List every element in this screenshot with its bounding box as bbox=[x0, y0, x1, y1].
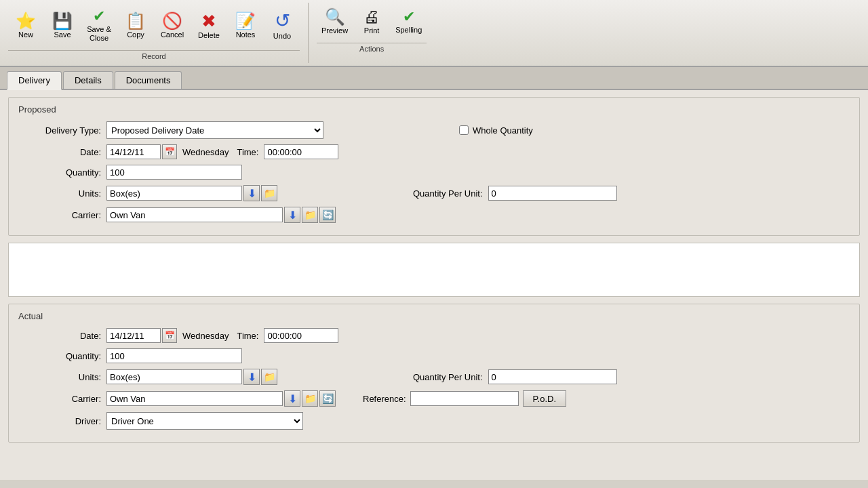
whole-quantity-checkbox[interactable] bbox=[459, 125, 469, 135]
reference-label: Reference: bbox=[363, 394, 406, 404]
proposed-units-row: Units: ⬇ 📁 Quantity Per Unit: bbox=[18, 185, 850, 201]
reference-wrapper: Reference: P.o.D. bbox=[363, 390, 566, 407]
toolbar-buttons-actions: 🔍 Preview 🖨 Print ✔ Spelling bbox=[317, 5, 427, 41]
save-close-button[interactable]: ✔ Save &Close bbox=[81, 5, 117, 46]
cancel-button[interactable]: 🚫 Cancel bbox=[155, 5, 190, 46]
calendar-icon: 📅 bbox=[165, 147, 175, 157]
actual-driver-select[interactable]: Driver One bbox=[106, 412, 303, 430]
proposed-carrier-arrow-button[interactable]: ⬇ bbox=[284, 207, 300, 223]
proposed-date-input[interactable] bbox=[106, 144, 161, 159]
proposed-carrier-refresh-button[interactable]: 🔄 bbox=[319, 207, 336, 223]
actual-driver-label: Driver: bbox=[18, 416, 106, 426]
delivery-type-wrapper: Proposed Delivery Date Fixed Delivery Da… bbox=[106, 121, 323, 139]
delivery-type-label: Delivery Type: bbox=[18, 125, 106, 136]
delivery-type-select[interactable]: Proposed Delivery Date Fixed Delivery Da… bbox=[106, 121, 323, 139]
proposed-qty-per-unit-input[interactable] bbox=[488, 186, 617, 201]
actual-date-input[interactable] bbox=[106, 328, 161, 343]
actual-carrier-input[interactable] bbox=[106, 391, 283, 406]
delete-button[interactable]: ✖ Delete bbox=[191, 5, 226, 46]
actual-qty-per-unit-input[interactable] bbox=[488, 369, 617, 384]
notes-icon: 📝 bbox=[235, 13, 256, 29]
actual-time-input[interactable] bbox=[264, 328, 338, 343]
actual-carrier-folder-button[interactable]: 📁 bbox=[302, 390, 318, 407]
record-group-wrapper: ⭐ New 💾 Save ✔ Save &Close 📋 Copy bbox=[8, 5, 300, 60]
actual-date-row: Date: 📅 Wednesday Time: bbox=[18, 328, 850, 343]
actual-carrier-refresh-button[interactable]: 🔄 bbox=[319, 390, 336, 407]
proposed-day-label: Wednesday bbox=[182, 147, 229, 157]
proposed-date-label: Date: bbox=[18, 147, 106, 157]
proposed-time-label: Time: bbox=[237, 147, 258, 157]
tab-details[interactable]: Details bbox=[63, 71, 113, 89]
proposed-units-arrow-button[interactable]: ⬇ bbox=[243, 185, 260, 201]
new-icon: ⭐ bbox=[16, 13, 36, 29]
actual-carrier-folder-icon: 📁 bbox=[304, 393, 316, 404]
actual-calendar-icon: 📅 bbox=[165, 331, 175, 340]
save-label: Save bbox=[54, 30, 71, 39]
pod-button[interactable]: P.o.D. bbox=[523, 390, 566, 407]
actual-qty-per-unit-wrapper: Quantity Per Unit: bbox=[413, 369, 617, 384]
actual-units-wrapper: ⬇ 📁 bbox=[106, 369, 277, 385]
proposed-date-row: Date: 📅 Wednesday Time: bbox=[18, 144, 850, 159]
undo-button[interactable]: ↺ Undo bbox=[264, 5, 300, 46]
proposed-carrier-folder-button[interactable]: 📁 bbox=[302, 207, 318, 223]
print-button[interactable]: 🖨 Print bbox=[354, 5, 389, 39]
proposed-units-input[interactable] bbox=[106, 186, 242, 201]
actual-carrier-wrapper: ⬇ 📁 🔄 bbox=[106, 390, 336, 407]
proposed-quantity-label: Quantity: bbox=[18, 167, 106, 178]
new-button[interactable]: ⭐ New bbox=[8, 5, 43, 46]
proposed-carrier-input[interactable] bbox=[106, 207, 283, 222]
actual-date-cal-button[interactable]: 📅 bbox=[162, 328, 177, 343]
copy-label: Copy bbox=[127, 30, 144, 39]
proposed-quantity-input[interactable] bbox=[106, 165, 242, 180]
actual-driver-row: Driver: Driver One bbox=[18, 412, 850, 430]
spelling-button[interactable]: ✔ Spelling bbox=[391, 5, 427, 39]
actual-carrier-label: Carrier: bbox=[18, 394, 106, 404]
save-button[interactable]: 💾 Save bbox=[45, 5, 80, 46]
undo-label: Undo bbox=[273, 32, 291, 41]
save-close-label: Save &Close bbox=[87, 25, 111, 43]
actual-driver-wrapper: Driver One bbox=[106, 412, 303, 430]
actions-group-label: Actions bbox=[317, 43, 427, 53]
proposed-units-folder-button[interactable]: 📁 bbox=[261, 185, 277, 201]
preview-button[interactable]: 🔍 Preview bbox=[317, 5, 353, 39]
proposed-carrier-wrapper: ⬇ 📁 🔄 bbox=[106, 207, 336, 223]
save-icon: 💾 bbox=[52, 13, 73, 29]
actual-units-arrow-button[interactable]: ⬇ bbox=[243, 369, 260, 385]
notes-button[interactable]: 📝 Notes bbox=[228, 5, 263, 46]
actual-date-label: Date: bbox=[18, 331, 106, 341]
proposed-section: Proposed Delivery Type: Proposed Deliver… bbox=[8, 97, 860, 236]
actual-units-input[interactable] bbox=[106, 369, 242, 384]
record-group: ⭐ New 💾 Save ✔ Save &Close 📋 Copy bbox=[0, 3, 309, 63]
actual-carrier-arrow-icon: ⬇ bbox=[288, 392, 297, 405]
copy-button[interactable]: 📋 Copy bbox=[118, 5, 153, 46]
carrier-arrow-icon: ⬇ bbox=[288, 209, 297, 222]
actual-carrier-arrow-button[interactable]: ⬇ bbox=[284, 390, 300, 407]
notes-label: Notes bbox=[236, 30, 256, 39]
proposed-title: Proposed bbox=[18, 104, 850, 115]
actual-section: Actual Date: 📅 Wednesday Time: Quantity:… bbox=[8, 304, 860, 443]
actual-quantity-label: Quantity: bbox=[18, 351, 106, 361]
folder-icon: 📁 bbox=[264, 188, 275, 199]
actual-title: Actual bbox=[18, 311, 850, 321]
actual-carrier-refresh-icon: 🔄 bbox=[322, 393, 334, 404]
proposed-date-cal-button[interactable]: 📅 bbox=[162, 144, 177, 159]
proposed-quantity-row: Quantity: bbox=[18, 165, 850, 180]
spelling-icon: ✔ bbox=[403, 9, 415, 24]
tab-documents[interactable]: Documents bbox=[115, 71, 182, 89]
actual-time-label: Time: bbox=[237, 331, 258, 341]
save-close-icon: ✔ bbox=[93, 9, 105, 24]
new-label: New bbox=[18, 30, 33, 39]
actual-quantity-input[interactable] bbox=[106, 348, 242, 363]
tab-delivery[interactable]: Delivery bbox=[7, 71, 62, 90]
actions-group-wrapper: 🔍 Preview 🖨 Print ✔ Spelling Actions bbox=[317, 5, 427, 53]
proposed-time-input[interactable] bbox=[264, 144, 338, 159]
actual-units-folder-button[interactable]: 📁 bbox=[261, 369, 277, 385]
reference-input[interactable] bbox=[410, 391, 519, 406]
actual-quantity-row: Quantity: bbox=[18, 348, 850, 363]
actual-arrow-down-icon: ⬇ bbox=[248, 371, 256, 384]
actual-day-label: Wednesday bbox=[182, 331, 229, 341]
record-group-label: Record bbox=[8, 50, 300, 60]
actual-folder-icon: 📁 bbox=[264, 371, 275, 382]
cancel-icon: 🚫 bbox=[162, 13, 182, 29]
preview-label: Preview bbox=[321, 26, 348, 35]
